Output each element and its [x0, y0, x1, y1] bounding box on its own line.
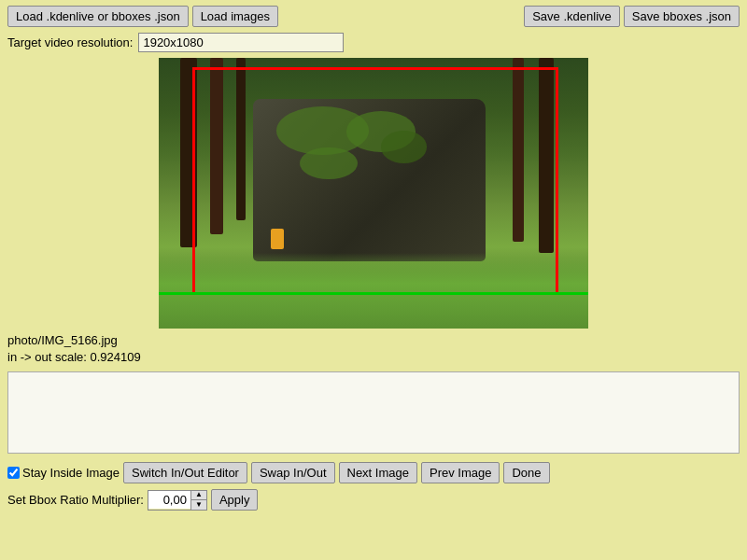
big-rock	[253, 99, 485, 261]
tree-4	[539, 58, 554, 253]
ground-foliage	[159, 253, 588, 329]
stay-inside-checkbox[interactable]	[7, 467, 20, 479]
tree-1	[180, 58, 197, 247]
right-toolbar: Save .kdenlive Save bboxes .json	[524, 6, 740, 27]
moss-3	[300, 147, 358, 180]
image-filename: photo/IMG_5166.jpg	[7, 332, 740, 349]
load-images-button[interactable]: Load images	[192, 6, 278, 27]
switch-editor-button[interactable]: Switch In/Out Editor	[123, 462, 247, 483]
swap-button[interactable]: Swap In/Out	[251, 462, 335, 483]
bottom-toolbar: Stay Inside Image Switch In/Out Editor S…	[0, 458, 747, 487]
textarea-section	[0, 370, 747, 458]
load-kdenlive-button[interactable]: Load .kdenlive or bboxes .json	[7, 6, 189, 27]
annotation-textarea[interactable]	[7, 371, 740, 454]
resolution-label: Target video resolution:	[7, 35, 133, 49]
image-scale: in -> out scale: 0.924109	[7, 349, 740, 366]
next-image-button[interactable]: Next Image	[339, 462, 417, 483]
spinner-down-button[interactable]: ▼	[191, 500, 206, 510]
tree-2	[210, 58, 223, 234]
top-toolbar: Load .kdenlive or bboxes .json Load imag…	[0, 0, 747, 33]
stay-inside-checkbox-label[interactable]: Stay Inside Image	[7, 466, 120, 480]
moss-4	[381, 131, 428, 163]
forest-background	[159, 58, 588, 329]
tree-5	[513, 58, 524, 242]
stay-inside-label: Stay Inside Image	[22, 466, 120, 480]
save-kdenlive-button[interactable]: Save .kdenlive	[524, 6, 620, 27]
done-button[interactable]: Done	[503, 462, 549, 483]
spinner-up-button[interactable]: ▲	[191, 491, 206, 500]
save-bboxes-button[interactable]: Save bboxes .json	[624, 6, 740, 27]
apply-button[interactable]: Apply	[211, 489, 259, 511]
image-canvas	[159, 58, 588, 329]
bbox-ratio-input[interactable]	[148, 491, 190, 509]
resolution-row: Target video resolution:	[0, 33, 747, 58]
person-figure	[271, 229, 284, 249]
bbox-ratio-spinner: ▲ ▼	[148, 490, 207, 511]
image-container	[0, 58, 747, 329]
green-guide-line	[159, 292, 588, 295]
prev-image-button[interactable]: Prev Image	[421, 462, 500, 483]
spinner-buttons: ▲ ▼	[190, 491, 206, 510]
image-info-section: photo/IMG_5166.jpg in -> out scale: 0.92…	[0, 329, 747, 370]
bbox-ratio-row: Set Bbox Ratio Multiplier: ▲ ▼ Apply	[0, 487, 747, 512]
resolution-input[interactable]	[138, 33, 344, 52]
tree-3	[236, 58, 246, 220]
bbox-ratio-label: Set Bbox Ratio Multiplier:	[7, 493, 144, 507]
